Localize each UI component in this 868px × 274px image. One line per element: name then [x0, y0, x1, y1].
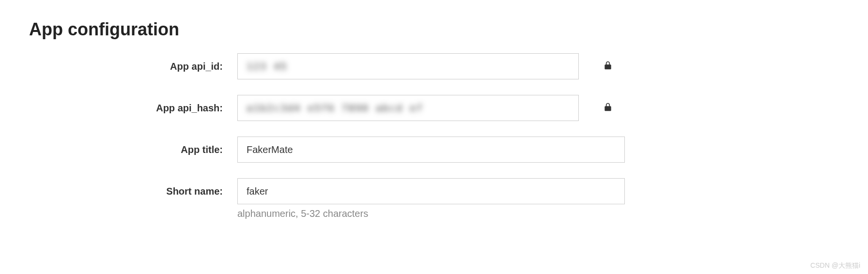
lock-icon [603, 102, 613, 114]
watermark: CSDN @大熊猫i [810, 261, 860, 270]
label-api-hash: App api_hash: [29, 103, 237, 114]
api-hash-value: a1b2c3d4 e5f6 7890 abcd ef [237, 95, 579, 121]
short-name-input[interactable] [237, 178, 625, 204]
row-app-title: App title: [29, 137, 839, 163]
row-api-id: App api_id: 123 45 [29, 53, 839, 79]
short-name-helper-row: alphanumeric, 5-32 characters [29, 208, 839, 219]
row-short-name: Short name: [29, 178, 839, 204]
label-app-title: App title: [29, 144, 237, 155]
lock-icon [603, 60, 613, 73]
label-short-name: Short name: [29, 186, 237, 197]
page-title: App configuration [29, 19, 839, 40]
api-id-value: 123 45 [237, 53, 579, 79]
row-api-hash: App api_hash: a1b2c3d4 e5f6 7890 abcd ef [29, 95, 839, 121]
app-title-input[interactable] [237, 137, 625, 163]
label-api-id: App api_id: [29, 61, 237, 72]
short-name-helper: alphanumeric, 5-32 characters [237, 208, 368, 219]
